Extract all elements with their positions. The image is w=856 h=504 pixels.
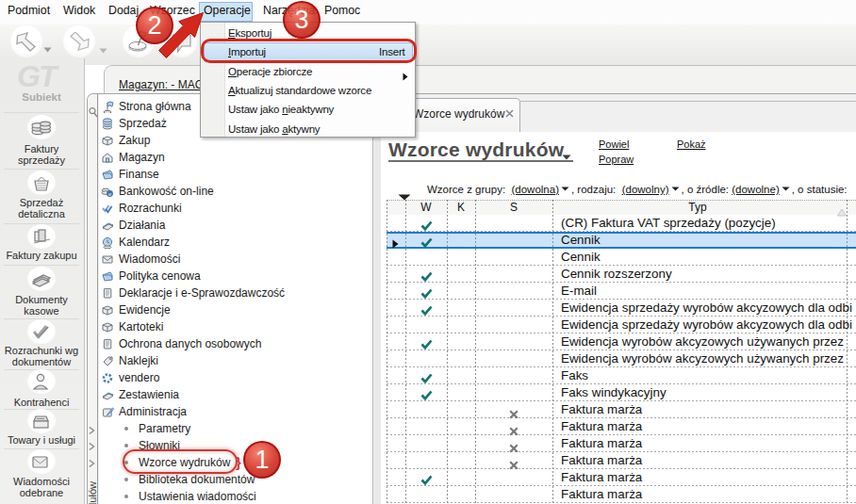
svg-text:e: e xyxy=(108,190,111,198)
